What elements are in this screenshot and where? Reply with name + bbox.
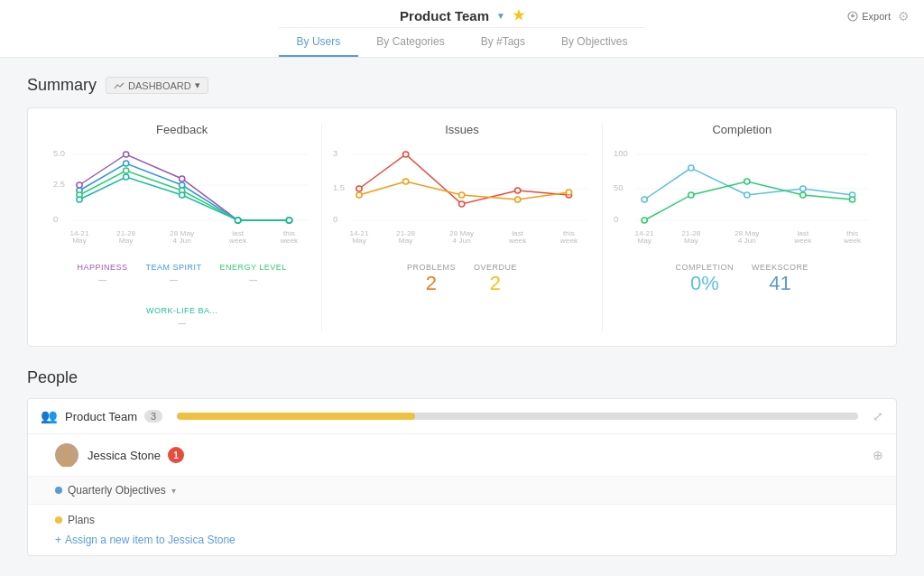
header-actions: Export ⚙ — [847, 9, 910, 23]
svg-point-88 — [849, 197, 855, 202]
svg-text:May: May — [399, 237, 414, 245]
settings-icon[interactable]: ⚙ — [898, 9, 910, 23]
problems-stat: PROBLEMS 2 — [407, 263, 456, 295]
svg-text:week: week — [843, 237, 862, 245]
svg-text:May: May — [72, 237, 88, 245]
issues-chart: 3 1.5 0 14-21 May 21-28 May 28 May 4 Jun… — [331, 145, 592, 254]
app-header: Product Team ▼ ★ By Users By Categories … — [0, 0, 924, 58]
dashboard-dropdown-icon: ▾ — [195, 79, 200, 91]
svg-text:100: 100 — [614, 149, 628, 158]
team-row: 👥 Product Team 3 ⤢ — [28, 399, 896, 434]
svg-text:May: May — [119, 237, 134, 245]
jessica-avatar — [55, 443, 79, 467]
svg-point-32 — [77, 197, 82, 202]
team-spirit-stat: TEAM SPIRIT – — [145, 263, 201, 288]
svg-text:week: week — [228, 237, 247, 245]
svg-point-53 — [356, 186, 362, 191]
jessica-alert-badge: 1 — [168, 447, 184, 463]
team-icon: 👥 — [41, 408, 58, 424]
issues-chart-section: Issues 3 1.5 0 14-21 May 21-28 May 28 Ma… — [322, 123, 602, 331]
overdue-stat: OVERDUE 2 — [474, 263, 517, 295]
svg-point-24 — [180, 182, 185, 188]
issues-stats: PROBLEMS 2 OVERDUE 2 — [331, 263, 592, 295]
completion-title: Completion — [612, 123, 873, 136]
svg-text:0: 0 — [614, 215, 618, 224]
star-icon[interactable]: ★ — [513, 7, 524, 23]
svg-point-81 — [744, 192, 749, 198]
people-card: 👥 Product Team 3 ⤢ Jessica Stone 1 ⊕ — [27, 398, 897, 556]
svg-point-55 — [459, 201, 465, 207]
svg-point-23 — [124, 161, 129, 166]
issues-title: Issues — [331, 123, 592, 136]
svg-text:4 Jun: 4 Jun — [737, 237, 755, 245]
svg-point-90 — [60, 459, 74, 467]
svg-text:2.5: 2.5 — [53, 180, 65, 189]
svg-text:50: 50 — [614, 183, 623, 192]
svg-point-61 — [515, 197, 521, 202]
nav-by-objectives[interactable]: By Objectives — [543, 28, 645, 57]
plans-section: Plans + Assign a new item to Jessica Sto… — [28, 505, 896, 555]
svg-text:week: week — [508, 237, 527, 245]
header-title-area: Product Team ▼ ★ — [400, 0, 524, 27]
svg-text:week: week — [559, 237, 578, 245]
completion-chart: 100 50 0 14-21 May 21-28 May 28 May 4 Ju… — [612, 145, 873, 254]
svg-point-87 — [799, 192, 805, 198]
svg-text:3: 3 — [333, 149, 337, 158]
plus-icon: + — [55, 534, 61, 546]
plans-dot — [55, 516, 62, 524]
svg-point-17 — [77, 182, 82, 188]
quarterly-objectives-header[interactable]: Quarterly Objectives ▾ — [28, 477, 896, 504]
svg-point-80 — [688, 165, 693, 171]
svg-point-19 — [180, 176, 185, 181]
assign-link[interactable]: + Assign a new item to Jessica Stone — [55, 534, 883, 546]
completion-chart-section: Completion 100 50 0 14-21 May 21-28 May … — [603, 123, 882, 331]
export-button[interactable]: Export — [847, 11, 891, 22]
svg-point-60 — [459, 192, 465, 198]
svg-point-86 — [744, 179, 749, 184]
quarterly-title: Quarterly Objectives — [68, 484, 166, 497]
feedback-chart: 5.0 2.5 0 14-21 May 21-28 May 28 May 4 J… — [51, 145, 312, 254]
svg-point-33 — [124, 174, 129, 180]
jessica-expand-icon[interactable]: ⊕ — [873, 448, 883, 462]
team-progress-fill — [177, 413, 415, 420]
svg-point-36 — [286, 218, 291, 223]
svg-point-85 — [688, 192, 693, 198]
svg-point-34 — [180, 192, 185, 198]
svg-point-59 — [403, 179, 409, 184]
svg-point-84 — [642, 218, 647, 223]
happiness-stat: HAPPINESS – — [77, 263, 127, 288]
feedback-chart-section: Feedback 5.0 2.5 0 14-21 May 21-28 May — [42, 123, 322, 331]
nav-by-categories[interactable]: By Categories — [358, 28, 462, 57]
svg-text:0: 0 — [53, 215, 58, 224]
svg-point-54 — [403, 152, 409, 157]
quarterly-dot — [55, 487, 62, 494]
team-progress-bar — [177, 413, 858, 420]
people-title: People — [27, 368, 897, 387]
nav-by-users[interactable]: By Users — [279, 28, 359, 57]
plans-label: Plans — [68, 514, 95, 526]
dashboard-badge[interactable]: DASHBOARD ▾ — [106, 77, 208, 94]
svg-point-82 — [799, 186, 805, 191]
summary-header: Summary DASHBOARD ▾ — [27, 76, 897, 95]
svg-point-89 — [62, 448, 71, 457]
team-expand-icon[interactable]: ⤢ — [873, 409, 883, 423]
svg-point-18 — [124, 152, 129, 157]
svg-text:May: May — [684, 237, 699, 245]
worklife-stat: WORK-LIFE BA... – — [146, 306, 218, 331]
assign-text[interactable]: Assign a new item to Jessica Stone — [65, 534, 236, 546]
svg-point-28 — [124, 168, 129, 173]
nav-by-tags[interactable]: By #Tags — [463, 28, 543, 57]
feedback-stats: HAPPINESS – TEAM SPIRIT – ENERGY LEVEL –… — [51, 263, 312, 331]
energy-stat: ENERGY LEVEL – — [220, 263, 287, 288]
quarterly-chevron-icon[interactable]: ▾ — [171, 486, 176, 496]
svg-text:May: May — [353, 237, 368, 245]
main-content: Summary DASHBOARD ▾ Feedback 5.0 2.5 0 — [0, 58, 924, 574]
quarterly-objectives-section: Quarterly Objectives ▾ — [28, 477, 896, 505]
svg-text:4 Jun: 4 Jun — [453, 237, 471, 245]
svg-point-58 — [356, 192, 362, 198]
svg-point-79 — [642, 197, 647, 202]
page-title: Product Team — [400, 8, 489, 23]
jessica-name: Jessica Stone — [88, 449, 161, 462]
person-row-jessica: Jessica Stone 1 ⊕ — [28, 434, 896, 477]
dropdown-icon[interactable]: ▼ — [496, 11, 505, 21]
